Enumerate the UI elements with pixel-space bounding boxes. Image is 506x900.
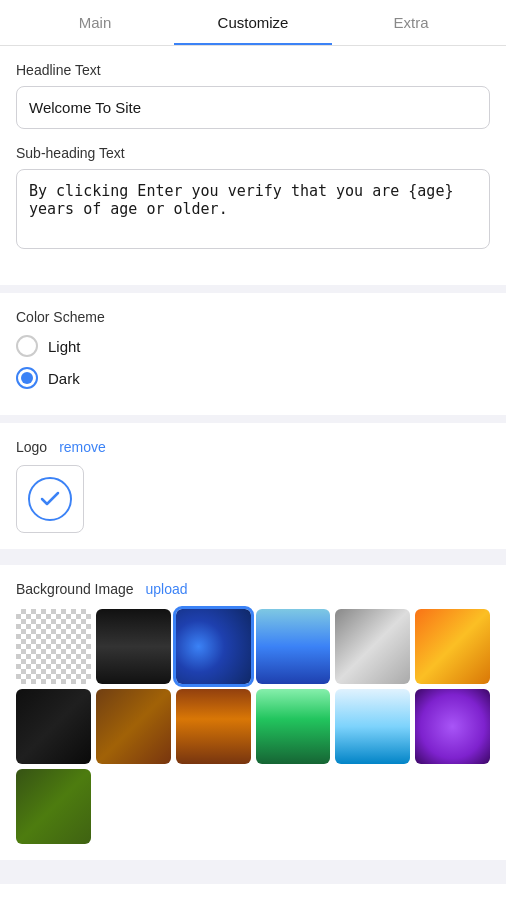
image-grid	[16, 609, 490, 844]
tab-bar: Main Customize Extra	[0, 0, 506, 46]
background-image-section: Background Image upload	[0, 565, 506, 860]
logo-label: Logo	[16, 439, 47, 455]
bg-thumb-checker[interactable]	[16, 609, 91, 684]
bg-thumb-bottles[interactable]	[176, 689, 251, 764]
radio-label-dark: Dark	[48, 370, 80, 387]
headline-input[interactable]	[16, 86, 490, 129]
color-scheme-label: Color Scheme	[16, 309, 490, 325]
tab-extra[interactable]: Extra	[332, 0, 490, 45]
divider-2	[0, 415, 506, 423]
bg-thumb-smoke[interactable]	[335, 609, 410, 684]
logo-remove-link[interactable]: remove	[59, 439, 106, 455]
headline-label: Headline Text	[16, 62, 490, 78]
logo-header: Logo remove	[16, 439, 490, 455]
radio-light[interactable]: Light	[16, 335, 490, 357]
bg-thumb-water[interactable]	[256, 609, 331, 684]
bg-header: Background Image upload	[16, 581, 490, 597]
preview-section: Preview	[0, 884, 506, 900]
subheading-textarea[interactable]	[16, 169, 490, 249]
bg-thumb-plant[interactable]	[96, 689, 171, 764]
bg-thumb-purple[interactable]	[415, 689, 490, 764]
radio-circle-light	[16, 335, 38, 357]
bg-label: Background Image	[16, 581, 134, 597]
radio-circle-dark	[16, 367, 38, 389]
radio-label-light: Light	[48, 338, 81, 355]
tab-customize[interactable]: Customize	[174, 0, 332, 45]
bg-thumb-field[interactable]	[256, 689, 331, 764]
bg-thumb-blue-spheres[interactable]	[176, 609, 251, 684]
headline-section: Headline Text Sub-heading Text	[0, 46, 506, 285]
logo-checkmark	[28, 477, 72, 521]
bg-thumb-sunset[interactable]	[415, 609, 490, 684]
divider-1	[0, 285, 506, 293]
logo-section: Logo remove	[0, 423, 506, 549]
color-scheme-section: Color Scheme Light Dark	[0, 293, 506, 415]
radio-dark[interactable]: Dark	[16, 367, 490, 389]
subheading-label: Sub-heading Text	[16, 145, 490, 161]
checkmark-icon	[38, 487, 62, 511]
bg-upload-link[interactable]: upload	[146, 581, 188, 597]
bg-thumb-dark-flower[interactable]	[16, 689, 91, 764]
bg-thumb-glasses[interactable]	[335, 689, 410, 764]
bg-thumb-dark-tunnel[interactable]	[96, 609, 171, 684]
tab-main[interactable]: Main	[16, 0, 174, 45]
bg-thumb-cannabis[interactable]	[16, 769, 91, 844]
color-scheme-radio-group: Light Dark	[16, 335, 490, 389]
divider-3	[0, 549, 506, 557]
logo-preview	[16, 465, 84, 533]
divider-4	[0, 860, 506, 876]
